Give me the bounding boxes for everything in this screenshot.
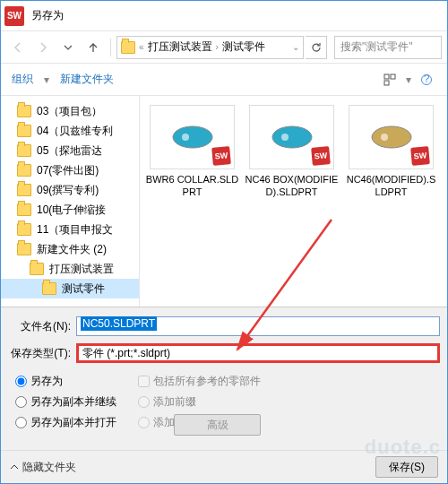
save-button[interactable]: 保存(S) xyxy=(375,456,438,478)
tree-item[interactable]: 打压测试装置 xyxy=(1,259,139,279)
tree-item-label: 09(撰写专利) xyxy=(37,183,99,198)
watermark: duote.c xyxy=(365,436,441,459)
tree-item-label: 04（贝兹维专利 xyxy=(37,124,113,139)
file-item[interactable]: SWNC46(MODIFIED).SLDPRT xyxy=(344,105,438,199)
chevron-down-icon[interactable]: ⌄ xyxy=(292,42,299,52)
solidworks-badge-icon: SW xyxy=(211,146,231,166)
option-checkbox[interactable]: 添加前缀 xyxy=(138,394,261,410)
folder-icon xyxy=(17,164,31,177)
solidworks-badge-icon: SW xyxy=(311,146,331,166)
option-checkbox[interactable]: 包括所有参考的零部件 xyxy=(138,374,261,389)
refresh-button[interactable] xyxy=(306,36,327,59)
svg-rect-1 xyxy=(391,74,395,79)
folder-icon xyxy=(17,105,31,117)
file-item[interactable]: SWNC46 BOX(MODIFIED).SLDPRT xyxy=(245,105,339,199)
up-button[interactable] xyxy=(82,36,105,59)
tree-item-label: 03（项目包） xyxy=(37,104,102,119)
filename-label: 文件名(N): xyxy=(8,319,76,334)
svg-point-10 xyxy=(381,134,388,141)
tree-item-label: 打压测试装置 xyxy=(49,262,114,277)
chevron-down-icon xyxy=(64,43,73,52)
tree-item[interactable]: 09(撰写专利) xyxy=(1,180,139,200)
new-folder-button[interactable]: 新建文件夹 xyxy=(60,72,114,87)
file-name: NC46 BOX(MODIFIED).SLDPRT xyxy=(245,173,339,199)
folder-icon xyxy=(17,144,31,157)
arrow-up-icon xyxy=(87,41,99,54)
svg-text:?: ? xyxy=(424,73,430,85)
save-options: 另存为另存为副本并继续另存为副本并打开 包括所有参考的零部件添加前缀添加后缀高级 xyxy=(8,370,440,443)
chevron-right-icon: › xyxy=(216,42,219,52)
tree-item[interactable]: 04（贝兹维专利 xyxy=(1,121,139,141)
tree-item[interactable]: 07(零件出图) xyxy=(1,160,139,180)
save-mode-radio[interactable]: 另存为副本并打开 xyxy=(15,415,116,430)
refresh-icon xyxy=(310,41,323,54)
svg-point-6 xyxy=(182,134,189,141)
separator xyxy=(110,39,111,56)
tree-item-label: 07(零件出图) xyxy=(37,163,99,178)
help-button[interactable]: ? xyxy=(417,70,436,90)
save-mode-radio[interactable]: 另存为副本并继续 xyxy=(15,394,116,410)
file-pane[interactable]: SWBWR6 COLLAR.SLDPRTSWNC46 BOX(MODIFIED)… xyxy=(140,96,447,307)
tree-item[interactable]: 11（项目申报文 xyxy=(1,220,139,239)
svg-point-5 xyxy=(173,126,212,148)
svg-point-7 xyxy=(272,126,312,148)
body: 03（项目包）04（贝兹维专利05（探地雷达07(零件出图)09(撰写专利)10… xyxy=(1,96,447,307)
folder-icon xyxy=(17,203,31,216)
recent-dropdown[interactable] xyxy=(56,36,80,59)
tree-item[interactable]: 测试零件 xyxy=(1,279,139,298)
back-button[interactable] xyxy=(6,36,30,59)
solidworks-badge-icon: SW xyxy=(410,146,430,166)
form-area: 文件名(N): NC50.SLDPRT 保存类型(T): 零件 (*.prt;*… xyxy=(1,307,447,450)
folder-icon xyxy=(30,263,44,275)
tree-item-label: 测试零件 xyxy=(62,281,105,297)
help-icon: ? xyxy=(420,73,433,86)
svg-point-8 xyxy=(281,134,289,141)
search-input[interactable]: 搜索"测试零件" xyxy=(334,36,442,59)
solidworks-icon: SW xyxy=(4,6,24,26)
file-thumbnail: SW xyxy=(249,105,334,169)
tree-item-label: 11（项目申报文 xyxy=(37,222,113,238)
chevron-right-icon: « xyxy=(139,42,144,52)
tree-item[interactable]: 05（探地雷达 xyxy=(1,141,139,160)
tree-item[interactable]: 10(电子伸缩接 xyxy=(1,200,139,220)
file-name: NC46(MODIFIED).SLDPRT xyxy=(344,173,438,199)
advanced-button[interactable]: 高级 xyxy=(174,414,261,436)
file-item[interactable]: SWBWR6 COLLAR.SLDPRT xyxy=(145,105,239,199)
folder-icon xyxy=(17,184,31,196)
titlebar: SW 另存为 xyxy=(1,1,447,31)
chevron-up-icon xyxy=(10,462,19,471)
tree-item-label: 10(电子伸缩接 xyxy=(37,203,106,218)
save-as-dialog: SW 另存为 « 打压测试装置 › 测试零件 ⌄ 搜索"测试零件" xyxy=(0,0,448,484)
svg-point-9 xyxy=(372,126,411,148)
tree-item-label: 新建文件夹 (2) xyxy=(37,242,107,257)
file-thumbnail: SW xyxy=(349,105,434,169)
tree-item[interactable]: 03（项目包） xyxy=(1,101,139,121)
path-part[interactable]: 打压测试装置 xyxy=(148,39,212,55)
tree-item[interactable]: 新建文件夹 (2) xyxy=(1,239,139,259)
hide-folders-toggle[interactable]: 隐藏文件夹 xyxy=(10,460,76,475)
path-box[interactable]: « 打压测试装置 › 测试零件 ⌄ xyxy=(116,36,304,59)
folder-icon xyxy=(42,282,56,295)
arrow-right-icon xyxy=(37,41,49,54)
forward-button[interactable] xyxy=(31,36,55,59)
tree-item-label: 05（探地雷达 xyxy=(37,143,102,159)
folder-icon xyxy=(121,41,135,54)
filename-input[interactable]: NC50.SLDPRT xyxy=(76,316,440,336)
save-mode-radio[interactable]: 另存为 xyxy=(15,374,116,389)
thumbnails-icon xyxy=(383,73,398,86)
filetype-label: 保存类型(T): xyxy=(8,346,76,361)
path-part[interactable]: 测试零件 xyxy=(222,39,265,55)
filetype-dropdown[interactable]: 零件 (*.prt;*.sldprt) xyxy=(76,343,440,363)
view-mode-button[interactable] xyxy=(381,70,401,90)
toolbar: 组织 ▾ 新建文件夹 ▾ ? xyxy=(1,64,447,96)
folder-icon xyxy=(17,243,31,255)
file-thumbnail: SW xyxy=(150,105,235,169)
folder-icon xyxy=(17,223,31,236)
folder-tree[interactable]: 03（项目包）04（贝兹维专利05（探地雷达07(零件出图)09(撰写专利)10… xyxy=(1,96,140,307)
arrow-left-icon xyxy=(12,41,24,54)
organize-menu[interactable]: 组织 xyxy=(12,72,33,87)
svg-rect-0 xyxy=(384,74,389,79)
window-title: 另存为 xyxy=(31,8,64,23)
view-controls: ▾ ? xyxy=(381,70,436,90)
nav-bar: « 打压测试装置 › 测试零件 ⌄ 搜索"测试零件" xyxy=(1,31,447,64)
